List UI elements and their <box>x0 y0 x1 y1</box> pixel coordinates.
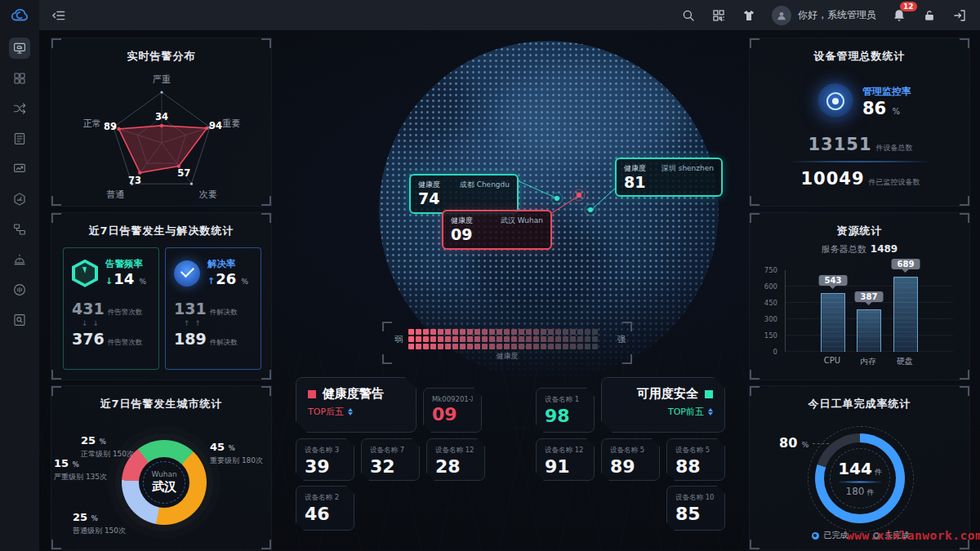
health-badge-wuhan[interactable]: 健康度武汉 Wuhan 09 <box>442 210 552 250</box>
mini-trend-arrows: ↑↑ <box>184 318 252 329</box>
mini-trend-arrows: ↓↓ <box>82 318 150 329</box>
panel-workorder-completion: 今日工单完成率统计 144件 180件 80 % 已完成 未完成 <box>749 385 970 550</box>
user-chip[interactable]: 你好，系统管理员 <box>772 6 876 25</box>
group-title: 可用度安全 <box>637 386 698 402</box>
sidebar-item-trend-screen[interactable] <box>9 158 30 180</box>
strip-weak-label: 弱 <box>394 334 403 345</box>
sidebar-item-shuffle[interactable] <box>9 98 30 119</box>
device-card-label: 设备名称 12 <box>435 446 476 455</box>
y-tick: 300 <box>764 315 777 323</box>
y-tick: 0 <box>773 348 777 356</box>
monitored-label: 件已监控设备数 <box>869 178 920 186</box>
sidebar-item-report[interactable] <box>9 128 30 149</box>
sidebar-item-audio-wave[interactable] <box>9 279 30 300</box>
stat-value: 431 <box>72 300 105 318</box>
device-card[interactable]: 设备名称 732 <box>361 438 420 481</box>
svg-text:重要: 重要 <box>222 118 240 129</box>
sidebar-item-monitor-dashboard[interactable] <box>9 38 30 59</box>
qrcode-icon[interactable] <box>711 8 726 23</box>
x-category: 硬盘 <box>897 356 913 367</box>
delta-unit: % <box>140 278 147 286</box>
notifications-button[interactable]: 12 <box>892 8 906 23</box>
panel-resource-stats: 资源统计 服务器总数1489 0150300450600750 54338768… <box>749 212 970 380</box>
monitor-dashboard-icon <box>12 41 27 56</box>
sidebar-item-alarm[interactable] <box>9 249 30 270</box>
device-card-label: 设备名称 10 <box>675 493 716 503</box>
svg-text:正常: 正常 <box>83 118 101 129</box>
device-card[interactable]: 设备名称 198 <box>536 388 595 433</box>
panel-7day-alarm-city-stats: 近7日告警发生城市统计 Wuhan 武汉 25 % 正常级别 150次 45 %… <box>51 385 272 550</box>
search-doc-icon <box>12 313 27 327</box>
ring-center-divider <box>839 481 881 483</box>
panel-realtime-alarm-distribution: 实时告警分布 3494577389严重重要次要普通正常 <box>51 38 272 207</box>
alarm-hexagon-icon <box>72 260 98 287</box>
device-card[interactable]: 设备名称 589 <box>601 438 660 481</box>
device-card[interactable]: 设备名称 588 <box>666 438 725 481</box>
device-card-value: 89 <box>610 455 651 478</box>
stat-value: 189 <box>174 330 207 348</box>
device-card[interactable]: 设备名称 246 <box>296 486 354 531</box>
bar-tooltip: 689 <box>892 259 920 269</box>
sort-icon[interactable] <box>708 408 713 415</box>
logout-icon[interactable] <box>952 8 967 23</box>
device-card[interactable]: Mk009201-XLL...09 <box>423 388 482 433</box>
device-card-label: 设备名称 5 <box>675 446 716 455</box>
total-unit: 件 <box>866 488 874 496</box>
svg-text:57: 57 <box>177 167 190 179</box>
device-card-label: 设备名称 3 <box>305 446 345 455</box>
city-donut-chart: Wuhan 武汉 <box>122 440 207 525</box>
sidebar-item-apps-grid[interactable] <box>9 68 30 89</box>
lock-icon[interactable] <box>922 8 937 23</box>
device-card-value: 98 <box>545 405 586 428</box>
x-category: CPU <box>824 356 840 365</box>
sidebar-item-topology[interactable] <box>9 219 30 240</box>
device-card[interactable]: 设备名称 1228 <box>426 438 485 481</box>
device-card[interactable]: 设备名称 339 <box>296 438 354 481</box>
svg-text:89: 89 <box>104 121 117 132</box>
app-logo[interactable] <box>0 0 39 30</box>
metric-name: 告警频率 <box>105 258 146 270</box>
availability-safe-header[interactable]: 可用度安全 TOP前五 <box>601 377 725 433</box>
health-badge-shenzhen[interactable]: 健康度深圳 shenzhen 81 <box>615 158 723 197</box>
y-tick: 600 <box>764 282 777 291</box>
monitor-rate-unit: % <box>893 107 901 116</box>
top-bar: 你好，系统管理员 12 <box>0 0 980 30</box>
badge-value: 81 <box>624 174 714 192</box>
panel-title: 近7日告警发生城市统计 <box>51 386 271 411</box>
device-card-value: 46 <box>305 503 345 526</box>
strip-cells <box>408 329 598 349</box>
health-warning-header[interactable]: 健康度警告 TOP后五 <box>296 377 416 433</box>
health-badge-chengdu[interactable]: 健康度成都 Chengdu 74 <box>409 174 519 214</box>
sidebar-item-gauge-hex[interactable] <box>9 189 30 210</box>
legend-done[interactable]: 已完成 <box>812 530 849 541</box>
device-card-value: 85 <box>675 503 716 526</box>
collapse-menu-icon[interactable] <box>51 7 67 24</box>
resolve-rate-card[interactable]: 解决率 ↑26 % 131件解决数 ↑↑ 189件解决数 <box>165 247 261 370</box>
device-card[interactable]: 设备名称 1291 <box>536 438 595 481</box>
device-total-value: 13151 <box>808 135 871 154</box>
search-icon[interactable] <box>681 8 696 23</box>
stat-value: 131 <box>174 300 207 318</box>
sidebar-item-search-doc[interactable] <box>9 309 30 331</box>
alarm-frequency-card[interactable]: 告警频率 ↓14 % 431件告警次数 ↓↓ 376件告警次数 <box>63 247 159 370</box>
y-tick: 750 <box>764 266 777 274</box>
bar-chart-y-axis: 0150300450600750 <box>755 270 781 352</box>
legend-dot <box>812 532 819 540</box>
monitor-rate-value: 86 <box>862 99 886 118</box>
sort-icon[interactable] <box>348 408 353 415</box>
delta-value: 14 <box>114 270 134 287</box>
panel-title: 近7日告警发生与解决数统计 <box>51 213 271 238</box>
y-tick: 150 <box>764 331 777 340</box>
report-icon <box>12 131 27 146</box>
theme-shirt-icon[interactable] <box>742 8 756 23</box>
svg-text:普通: 普通 <box>106 189 124 200</box>
group-title: 健康度警告 <box>323 386 384 402</box>
svg-text:73: 73 <box>128 175 141 186</box>
stat-label: 件解决数 <box>210 338 238 346</box>
device-total-label: 件设备总数 <box>876 144 913 152</box>
strip-strong-label: 强 <box>617 334 626 345</box>
panel-title: 实时告警分布 <box>51 38 271 64</box>
device-card[interactable]: 设备名称 1085 <box>666 486 725 531</box>
watermark: www.xinlanwork.com <box>847 529 980 542</box>
stat-label: 件告警次数 <box>108 308 143 316</box>
